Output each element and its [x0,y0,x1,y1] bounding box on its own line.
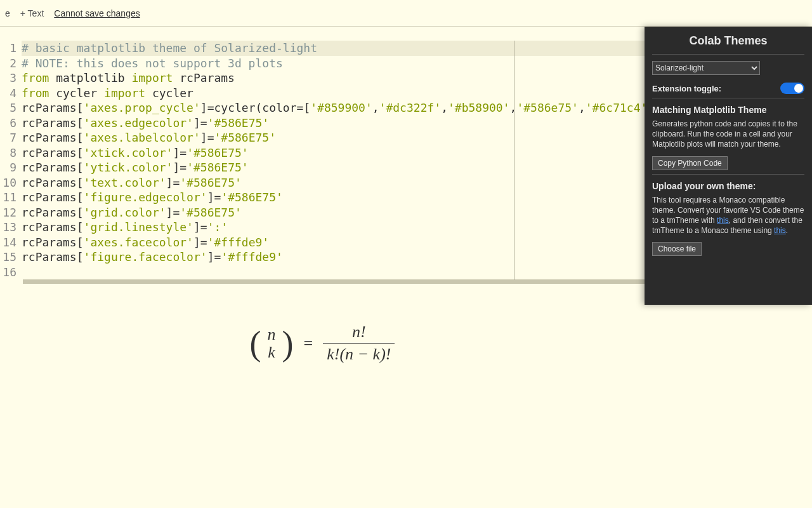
line-number: 7 [0,130,22,145]
line-number: 4 [0,86,22,101]
line-number: 8 [0,145,22,161]
panel-title: Colab Themes [652,34,804,48]
convert-link-1[interactable]: this [717,216,729,225]
line-number: 13 [0,220,22,235]
upload-theme-heading: Upload your own theme: [652,181,804,191]
toggle-label: Extension toggle: [652,84,721,93]
choose-file-button[interactable]: Choose file [652,242,702,256]
line-number: 16 [0,265,22,280]
line-number: 5 [0,100,22,116]
binom-top: n [268,326,276,343]
matplotlib-theme-desc: Generates python code and copies it to t… [652,119,804,150]
line-number: 14 [0,235,22,250]
line-number: 9 [0,160,22,175]
line-number: 12 [0,205,22,220]
copy-python-code-button[interactable]: Copy Python Code [652,156,728,170]
theme-select[interactable]: Solarized-light [652,61,760,75]
cursor-guide [514,41,514,280]
matplotlib-theme-heading: Matching Matplotlib Theme [652,105,804,115]
toolbar-partial-item[interactable]: e [5,8,10,18]
frac-bot: k!(n − k)! [323,343,395,364]
equals-sign: = [300,334,317,353]
extension-toggle[interactable] [780,83,804,94]
line-number: 3 [0,70,22,86]
add-text-button[interactable]: + Text [20,8,44,18]
line-number: 11 [0,190,22,205]
binom-bot: k [268,344,276,361]
frac-top: n! [348,323,370,343]
line-number: 1 [0,41,22,56]
line-number: 15 [0,250,22,265]
colab-themes-panel: Colab Themes Solarized-light Extension t… [645,27,812,305]
line-number: 2 [0,56,22,71]
line-number: 6 [0,116,22,131]
notebook-main: 1# basic matplotlib theme of Solarized-l… [0,27,812,508]
line-number: 10 [0,175,22,190]
upload-theme-desc: This tool requires a Monaco compatible t… [652,195,804,236]
convert-link-2[interactable]: this [774,226,786,235]
math-output: ( n k ) = n! k!(n − k)! [0,323,645,364]
top-toolbar: e + Text Cannot save changes [0,0,812,27]
cannot-save-link[interactable]: Cannot save changes [54,8,140,18]
